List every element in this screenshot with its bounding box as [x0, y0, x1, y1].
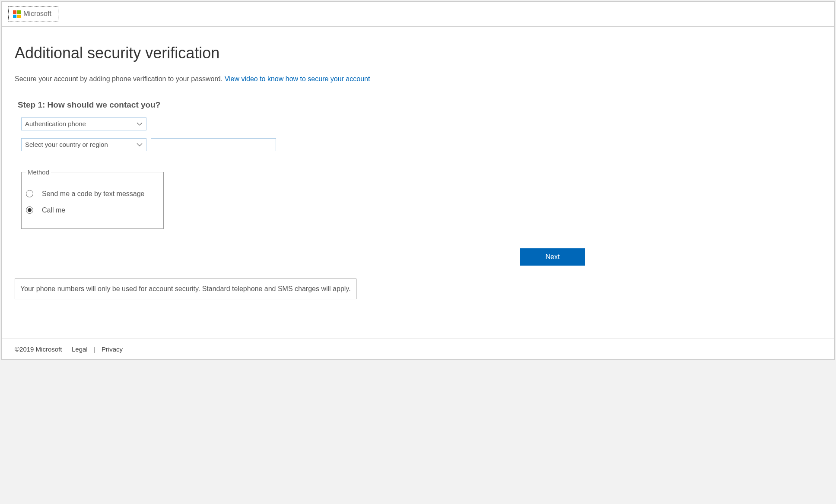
radio-option-text[interactable]: Send me a code by text message — [26, 188, 159, 200]
next-button[interactable]: Next — [520, 248, 585, 266]
brand-logo[interactable]: Microsoft — [8, 6, 58, 22]
microsoft-icon — [13, 10, 21, 18]
step-heading: Step 1: How should we contact you? — [18, 100, 821, 110]
main-content: Additional security verification Secure … — [2, 27, 834, 308]
disclaimer-box: Your phone numbers will only be used for… — [15, 279, 356, 299]
chevron-down-icon — [137, 142, 143, 147]
brand-text: Microsoft — [23, 10, 51, 18]
footer-privacy-link[interactable]: Privacy — [102, 346, 123, 353]
intro-text: Secure your account by adding phone veri… — [15, 75, 821, 83]
svg-rect-1 — [17, 10, 21, 14]
radio-option-call[interactable]: Call me — [26, 204, 159, 216]
button-row: Next — [15, 248, 585, 266]
footer-separator: | — [94, 346, 95, 353]
form-area: Authentication phone Select your country… — [21, 117, 821, 229]
svg-rect-3 — [17, 15, 21, 18]
radio-text-icon — [26, 190, 33, 197]
view-video-link[interactable]: View video to know how to secure your ac… — [225, 75, 370, 82]
method-fieldset: Method Send me a code by text message Ca… — [21, 168, 164, 229]
country-region-dropdown[interactable]: Select your country or region — [21, 138, 146, 151]
contact-method-dropdown[interactable]: Authentication phone — [21, 117, 146, 130]
page-container: Microsoft Additional security verificati… — [1, 1, 835, 360]
svg-rect-2 — [13, 15, 16, 18]
svg-rect-0 — [13, 10, 16, 14]
page-title: Additional security verification — [15, 44, 821, 62]
footer-legal-link[interactable]: Legal — [72, 346, 88, 353]
country-region-placeholder: Select your country or region — [25, 141, 108, 148]
radio-call-icon — [26, 206, 33, 214]
method-legend: Method — [26, 168, 51, 176]
radio-call-label: Call me — [42, 206, 65, 214]
intro-description: Secure your account by adding phone veri… — [15, 75, 225, 82]
footer-copyright: ©2019 Microsoft — [15, 346, 62, 353]
contact-method-selected: Authentication phone — [25, 120, 86, 127]
footer: ©2019 Microsoft Legal | Privacy — [2, 339, 834, 359]
phone-row: Select your country or region — [21, 138, 821, 151]
radio-text-label: Send me a code by text message — [42, 190, 144, 198]
chevron-down-icon — [137, 121, 143, 127]
header: Microsoft — [2, 2, 834, 27]
phone-number-input[interactable] — [151, 138, 276, 151]
